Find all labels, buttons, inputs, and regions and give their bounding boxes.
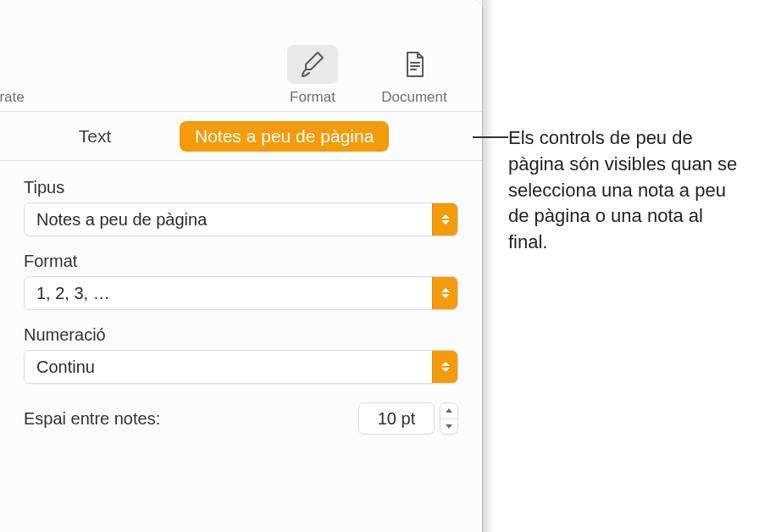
callout-leader-line xyxy=(473,136,508,138)
inspector-tabs: Text Notes a peu de pàgina xyxy=(0,112,482,161)
footnotes-form: Tipus Notes a peu de pàgina Format 1, 2,… xyxy=(0,161,482,435)
toolbar-item-label: Document xyxy=(381,89,446,106)
toolbar-item-label: Format xyxy=(290,89,335,106)
stepper-down-button[interactable] xyxy=(440,418,457,435)
updown-arrows-icon xyxy=(432,351,457,383)
inspector-panel: orate Format xyxy=(0,0,483,532)
format-label: Format xyxy=(24,252,458,271)
toolbar-item-format[interactable]: Format xyxy=(262,45,363,106)
spacing-label: Espai entre notes: xyxy=(24,409,358,429)
type-popup[interactable]: Notes a peu de pàgina xyxy=(24,202,458,236)
format-popup-value: 1, 2, 3, … xyxy=(25,277,432,309)
tab-label: Notes a peu de pàgina xyxy=(195,126,374,146)
numbering-popup[interactable]: Continu xyxy=(24,350,458,384)
spacing-stepper-arrows xyxy=(440,402,458,435)
numbering-label: Numeració xyxy=(24,325,458,345)
document-icon xyxy=(389,45,440,84)
updown-arrows-icon xyxy=(432,277,457,309)
toolbar: orate Format xyxy=(0,0,482,112)
toolbar-item-document[interactable]: Document xyxy=(363,45,465,106)
toolbar-item-label: orate xyxy=(0,89,25,106)
type-popup-value: Notes a peu de pàgina xyxy=(25,203,432,236)
format-popup[interactable]: 1, 2, 3, … xyxy=(24,276,458,310)
spacing-value-field[interactable]: 10 pt xyxy=(358,402,435,435)
updown-arrows-icon xyxy=(432,203,457,236)
callout-text: Els controls de peu de pàgina són visibl… xyxy=(508,125,745,256)
spacing-row: Espai entre notes: 10 pt xyxy=(24,402,458,435)
type-label: Tipus xyxy=(24,178,458,197)
tab-label: Text xyxy=(79,126,112,146)
toolbar-item-collaborate-partial[interactable]: orate xyxy=(0,45,42,106)
stepper-up-button[interactable] xyxy=(440,403,457,418)
spacing-stepper: 10 pt xyxy=(358,402,458,435)
tab-footnotes[interactable]: Notes a peu de pàgina xyxy=(180,121,389,152)
tab-text[interactable]: Text xyxy=(10,121,180,152)
paintbrush-icon xyxy=(287,45,338,84)
numbering-popup-value: Continu xyxy=(25,351,432,383)
